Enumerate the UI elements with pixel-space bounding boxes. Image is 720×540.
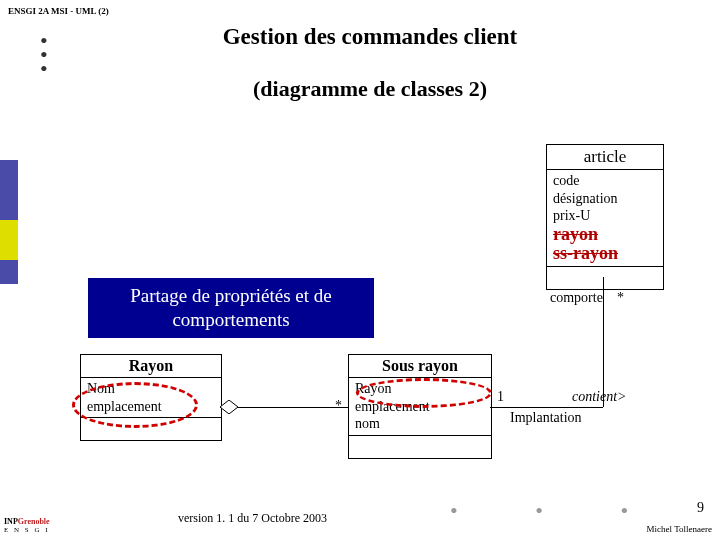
footer-dots: • • • — [450, 498, 664, 524]
decor-stripe — [0, 160, 18, 220]
uml-class-attrs: code désignation prix-U rayon ss-rayon — [547, 170, 663, 267]
assoc-label-comporte: comporte — [550, 290, 603, 306]
uml-class-rayon: Rayon Nom emplacement — [80, 354, 222, 441]
bullet-decoration: ••• — [40, 34, 48, 76]
mult-star: * — [335, 398, 342, 414]
footer-version: version 1. 1 du 7 Octobre 2003 — [178, 511, 327, 526]
uml-class-ops — [349, 436, 491, 458]
assoc-label-implantation: Implantation — [510, 410, 582, 426]
mult-one: 1 — [497, 389, 504, 405]
uml-class-article: article code désignation prix-U rayon ss… — [546, 144, 664, 290]
uml-class-name: Rayon — [81, 355, 221, 378]
uml-class-name: Sous rayon — [349, 355, 491, 378]
decor-stripe — [0, 260, 18, 284]
uml-class-ops — [81, 418, 221, 440]
callout-box: Partage de propriétés et de comportement… — [88, 278, 374, 338]
uml-class-ops — [547, 267, 663, 289]
svg-marker-0 — [220, 400, 238, 414]
logo-inp-grenoble: INPGrenoble E N S G I — [4, 518, 50, 534]
assoc-line — [603, 277, 604, 407]
uml-class-attrs: Nom emplacement — [81, 378, 221, 418]
decor-stripe — [0, 220, 18, 260]
mult-star: * — [617, 290, 624, 306]
footer-author: Michel Tollenaere — [647, 524, 712, 534]
page-title: Gestion des commandes client — [160, 24, 580, 50]
page-subtitle: (diagramme de classes 2) — [160, 76, 580, 102]
uml-class-name: article — [547, 145, 663, 170]
aggregation-diamond-icon — [220, 400, 238, 414]
uml-class-sousrayon: Sous rayon Rayon emplacement nom — [348, 354, 492, 459]
assoc-line — [490, 407, 603, 408]
course-code: ENSGI 2A MSI - UML (2) — [8, 6, 109, 16]
uml-class-attrs: Rayon emplacement nom — [349, 378, 491, 436]
page-number: 9 — [697, 500, 704, 516]
assoc-line — [220, 407, 348, 408]
assoc-label-contient: contient> — [572, 389, 627, 405]
